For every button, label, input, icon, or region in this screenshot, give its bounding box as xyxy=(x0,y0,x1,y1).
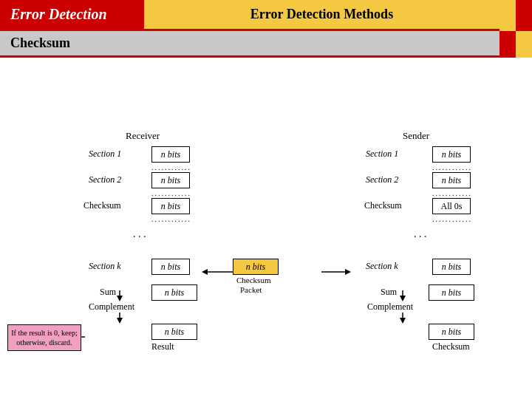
svg-marker-1 xyxy=(117,296,123,301)
subheader: Checksum xyxy=(0,31,532,58)
main-content: Receiver Section 1 n bits ............ S… xyxy=(0,58,532,399)
receiver-dots3: ............ xyxy=(151,215,191,223)
sender-checksum-label: Checksum xyxy=(364,200,402,211)
receiver-section1-label: Section 1 xyxy=(89,149,121,160)
receiver-result-box: n bits xyxy=(151,324,197,340)
header-right-blocks xyxy=(499,0,532,29)
receiver-sum-label: Sum xyxy=(100,287,116,298)
receiver-sectionk-label: Section k xyxy=(89,261,121,272)
sender-sectionk-label: Section k xyxy=(366,261,398,272)
svg-marker-7 xyxy=(400,296,406,301)
header-center-title: Error Detection Methods xyxy=(144,0,499,29)
sender-checksum-all0s-box: All 0s xyxy=(432,198,471,214)
sender-complement-label: Complement xyxy=(367,301,413,313)
receiver-note-box: If the result is 0, keep; otherwise, dis… xyxy=(7,324,81,351)
header-block-yellow xyxy=(499,0,516,31)
sender-checksum-result-label: Checksum xyxy=(432,341,470,352)
sender-dots2: ............ xyxy=(432,189,472,197)
svg-marker-9 xyxy=(400,318,406,324)
sender-sum-label: Sum xyxy=(381,287,397,298)
subheader-block-yellow xyxy=(516,31,532,58)
sender-sum-box: n bits xyxy=(429,284,474,301)
receiver-result-label: Result xyxy=(151,341,174,352)
sender-ellipsis: · · · xyxy=(414,231,427,243)
svg-marker-3 xyxy=(117,318,123,324)
header-block-red xyxy=(516,0,532,31)
receiver-section2-box: n bits xyxy=(151,172,190,188)
sender-section2-box: n bits xyxy=(432,172,471,188)
receiver-complement-label: Complement xyxy=(89,301,134,313)
receiver-checksum-box: n bits xyxy=(151,198,190,214)
receiver-ellipsis: · · · xyxy=(133,231,146,243)
svg-marker-13 xyxy=(345,269,351,275)
middle-nbits-box: n bits xyxy=(233,259,279,275)
subheader-block-red xyxy=(499,31,516,58)
sender-dots1: ............ xyxy=(432,163,472,171)
receiver-label: Receiver xyxy=(126,130,160,142)
receiver-sectionk-box: n bits xyxy=(151,259,190,275)
header-bar: Error Detection Error Detection Methods xyxy=(0,0,532,31)
svg-marker-11 xyxy=(202,269,208,275)
sender-dots3: ............ xyxy=(432,215,472,223)
receiver-sum-box: n bits xyxy=(151,284,197,301)
sender-label: Sender xyxy=(403,130,429,142)
header-title: Error Detection xyxy=(0,0,144,29)
sender-section1-box: n bits xyxy=(432,146,471,163)
receiver-section1-box: n bits xyxy=(151,146,190,163)
middle-packet-label: Packet xyxy=(240,285,262,294)
receiver-dots1: ............ xyxy=(151,163,191,171)
subheader-text: Checksum xyxy=(10,35,70,51)
sender-section1-label: Section 1 xyxy=(366,149,398,160)
diagram: Receiver Section 1 n bits ............ S… xyxy=(4,65,528,390)
receiver-section2-label: Section 2 xyxy=(89,174,121,185)
sender-section2-label: Section 2 xyxy=(366,174,398,185)
sender-sectionk-box: n bits xyxy=(432,259,471,275)
middle-checksum-label: Checksum xyxy=(236,276,270,284)
receiver-checksum-label: Checksum xyxy=(83,200,121,211)
sender-checksum-result-box: n bits xyxy=(429,324,474,340)
subheader-wrapper: Checksum xyxy=(0,31,532,58)
receiver-dots2: ............ xyxy=(151,189,191,197)
